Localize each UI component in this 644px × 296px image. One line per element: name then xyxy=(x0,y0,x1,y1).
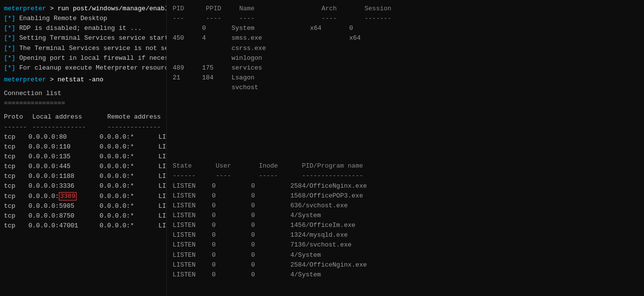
info-line: [*] The Terminal Services service is not… xyxy=(4,44,166,53)
terminal-left-panel: meterpreter > run post/windows/manage/en… xyxy=(0,0,167,296)
table-row-extended: LISTEN004/System xyxy=(173,250,640,260)
command-1-text: run post/windows/manage/enable_rdp xyxy=(57,5,166,12)
netstat-full-header: State User Inode PID/Program name xyxy=(173,161,640,171)
right-data-rows: 0Systemx6404504smss.exex64csrss.exewinlo… xyxy=(173,24,640,93)
table-row-extended: LISTEN007136/svchost.exe xyxy=(173,240,640,250)
command-2-text: netstat -ano xyxy=(57,76,103,83)
prompt-1: meterpreter xyxy=(4,5,46,12)
terminal-right-panel: PID PPID Name Arch Session --- ---- ----… xyxy=(167,0,644,296)
info-line: [*] For cleanup execute Meterpreter reso… xyxy=(4,63,166,73)
info-lines: [*] Enabling Remote Desktop[*] RDP is di… xyxy=(4,14,166,73)
connection-list-title: Connection list xyxy=(4,89,166,99)
prompt-2: meterpreter xyxy=(4,76,46,83)
table-row: tcp0.0.0.0:33890.0.0.0:*LISTEN xyxy=(4,192,166,201)
info-line: [*] Opening port in local firewall if ne… xyxy=(4,53,166,63)
table-row-extended: LISTEN004/System xyxy=(173,270,640,280)
table-row: tcp0.0.0.0:33360.0.0.0:*LISTEN xyxy=(4,181,166,191)
table-row: tcp0.0.0.0:4450.0.0.0:*LISTEN xyxy=(4,162,166,172)
connection-list-underline: ================ xyxy=(4,99,166,108)
right-process-row: svchost xyxy=(173,83,640,93)
right-process-row: 489175services xyxy=(173,63,640,73)
extended-headers: State User Inode PID/Program name ------… xyxy=(173,161,640,280)
right-header-row: PID PPID Name Arch Session xyxy=(173,4,640,14)
right-header-underline: --- ---- ---- ---- ------- xyxy=(173,14,640,24)
table-row: tcp0.0.0.0:59850.0.0.0:*LISTEN xyxy=(4,201,166,211)
right-process-row: 0Systemx640 xyxy=(173,24,640,33)
table-row: tcp0.0.0.0:1350.0.0.0:*LISTEN xyxy=(4,152,166,162)
table-row-extended: LISTEN001324/mysqld.exe xyxy=(173,230,640,240)
info-line: [*] RDP is disabled; enabling it ... xyxy=(4,24,166,33)
table-rows-right: LISTEN002584/OfficeNginx.exeLISTEN001568… xyxy=(173,181,640,280)
right-process-row: 21184Lsagon xyxy=(173,73,640,83)
table-row: tcp0.0.0.0:470010.0.0.0:*LISTEN xyxy=(4,221,166,231)
netstat-full-underline: ------ ---- ----- ---------------- xyxy=(173,171,640,181)
table-row-extended: LISTEN002584/OfficeNginx.exe xyxy=(173,181,640,191)
table-row-extended: LISTEN001568/OfficePOP3.exe xyxy=(173,191,640,201)
command-line-1: meterpreter > run post/windows/manage/en… xyxy=(4,4,166,14)
table-row: tcp0.0.0.0:800.0.0.0:*LISTEN xyxy=(4,132,166,142)
table-row-extended: LISTEN002584/OfficeNginx.exe xyxy=(173,260,640,270)
table-header-row: Proto Local address Remote address State xyxy=(4,112,166,122)
right-process-row: 4504smss.exex64 xyxy=(173,33,640,43)
right-process-row: winlogon xyxy=(173,53,640,63)
command-line-2: meterpreter > netstat -ano xyxy=(4,75,166,85)
table-header-underline: ------ -------------- -------------- ---… xyxy=(4,123,166,132)
table-row-extended: LISTEN004/System xyxy=(173,211,640,221)
table-row: tcp0.0.0.0:1100.0.0.0:*LISTEN xyxy=(4,142,166,152)
table-row-extended: LISTEN00636/svchost.exe xyxy=(173,201,640,211)
connection-list-section: Connection list ================ xyxy=(4,89,166,108)
table-row-extended: LISTEN001456/OfficeIm.exe xyxy=(173,221,640,230)
info-line: [*] Enabling Remote Desktop xyxy=(4,14,166,24)
netstat-table: Proto Local address Remote address State… xyxy=(4,112,166,231)
table-row: tcp0.0.0.0:11880.0.0.0:*LISTEN xyxy=(4,172,166,181)
table-rows-left: tcp0.0.0.0:800.0.0.0:*LISTENtcp0.0.0.0:1… xyxy=(4,132,166,231)
info-line: [*] Setting Terminal Services service st… xyxy=(4,33,166,43)
right-process-row: csrss.exe xyxy=(173,44,640,53)
table-row: tcp0.0.0.0:87500.0.0.0:*LISTEN xyxy=(4,211,166,221)
